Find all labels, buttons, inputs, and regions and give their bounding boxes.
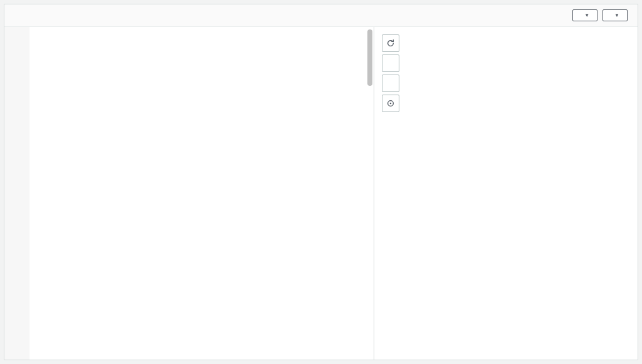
- line-gutter: [4, 27, 29, 360]
- zoom-reset-button[interactable]: [382, 34, 399, 52]
- header-buttons: ▼ ▼: [572, 9, 628, 21]
- workflow-graph[interactable]: [374, 27, 638, 360]
- panel-header: ▼ ▼: [4, 4, 638, 27]
- layout-button[interactable]: ▼: [603, 9, 628, 21]
- zoom-controls: [382, 34, 399, 112]
- zoom-center-button[interactable]: [382, 95, 399, 112]
- refresh-icon: [386, 39, 395, 48]
- caret-down-icon: ▼: [584, 13, 589, 18]
- caret-down-icon: ▼: [614, 13, 619, 18]
- definition-panel: ▼ ▼: [4, 4, 638, 360]
- export-button[interactable]: ▼: [572, 9, 597, 21]
- code-editor[interactable]: [4, 27, 374, 360]
- code-area[interactable]: [29, 27, 374, 360]
- center-icon: [386, 99, 395, 108]
- zoom-in-button[interactable]: [382, 55, 399, 72]
- zoom-out-button[interactable]: [382, 75, 399, 92]
- scrollbar-thumb[interactable]: [367, 29, 372, 86]
- graph-svg[interactable]: [374, 27, 638, 360]
- panel-content: [4, 27, 638, 360]
- svg-point-1: [390, 103, 392, 105]
